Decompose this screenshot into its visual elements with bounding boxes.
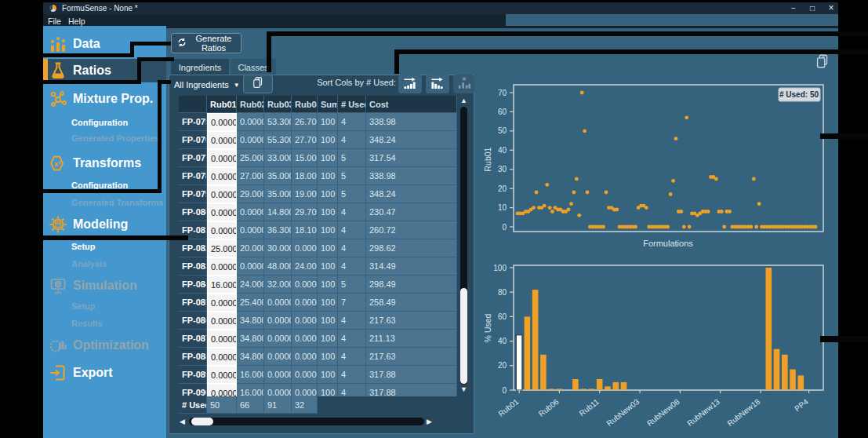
row-header: FP-078 xyxy=(179,167,207,185)
clear-sort-button[interactable] xyxy=(453,75,474,93)
minimize-button[interactable]: − xyxy=(786,3,801,13)
footer-used-count: 91 xyxy=(264,396,292,414)
tab-ingredients[interactable]: Ingredients xyxy=(171,59,229,76)
vertical-scrollbar-thumb[interactable] xyxy=(460,288,467,384)
title-bar: FormuSense - None * − □ × xyxy=(43,2,838,14)
table-cell[interactable]: 16.000 xyxy=(207,276,237,294)
table-cell[interactable]: 0.0000 xyxy=(207,221,237,239)
table-cell[interactable]: 0.0000 xyxy=(207,113,237,131)
table-cell: 4 xyxy=(338,384,366,396)
sidebar-item-generated-properties[interactable]: Generated Properties xyxy=(43,131,166,145)
column-header-rub02[interactable]: Rub02 xyxy=(237,96,264,113)
sidebar-item-label: Simulation xyxy=(73,279,137,293)
molecule-icon xyxy=(49,89,67,108)
bar-ytick: 80 xyxy=(498,288,507,297)
close-button[interactable]: × xyxy=(824,3,838,13)
menu-file[interactable]: File xyxy=(48,16,61,26)
sidebar-item-configuration[interactable]: Configuration xyxy=(43,115,166,130)
sidebar-item-setup[interactable]: Setup xyxy=(43,239,166,254)
scatter-ytick: 70 xyxy=(498,89,507,97)
generate-ratios-button[interactable]: Generate Ratios xyxy=(171,33,242,53)
sidebar-item-simulation[interactable]: Simulation xyxy=(43,272,166,299)
menu-help[interactable]: Help xyxy=(68,16,85,26)
column-header-rub04[interactable]: Rub04 xyxy=(292,96,318,113)
table-cell[interactable]: 0.0000 xyxy=(207,203,237,221)
sidebar-item-transforms[interactable]: x²Transforms xyxy=(43,150,166,177)
table-cell[interactable]: 0.0000 xyxy=(207,185,237,203)
filter-value: All Ingredients xyxy=(174,80,229,89)
scatter-point xyxy=(682,225,686,229)
horizontal-scrollbar-thumb[interactable] xyxy=(191,418,213,425)
table-cell: 53.300 xyxy=(264,113,292,131)
bar-xtick: PP4 xyxy=(793,397,810,414)
table-cell: 29.000 xyxy=(237,185,264,203)
table-cell: 338.98 xyxy=(366,113,457,131)
scatter-point xyxy=(605,191,608,195)
table-cell[interactable]: 0.0000 xyxy=(207,294,237,312)
row-header: FP-086 xyxy=(179,312,207,330)
table-cell: 24.000 xyxy=(237,276,264,294)
column-header-used[interactable]: # Used xyxy=(338,96,366,113)
table-cell: 298.62 xyxy=(366,239,457,257)
scatter-xlabel: Formulations xyxy=(643,239,693,248)
sidebar-item-mixture-prop-[interactable]: Mixture Prop. xyxy=(43,86,166,112)
sidebar-item-setup[interactable]: Setup xyxy=(43,299,166,313)
sort-descending-button[interactable] xyxy=(426,75,449,93)
sort-descending-icon xyxy=(430,76,445,93)
sidebar-item-ratios[interactable]: Ratios xyxy=(43,59,166,82)
table-cell[interactable]: 0.0000 xyxy=(207,348,237,366)
table-row-fp-080: FP-0800.00000.000014.80029.7001004230.47 xyxy=(179,203,457,221)
scroll-right-icon[interactable]: ▶ xyxy=(427,418,432,425)
table-cell[interactable]: 0.0000 xyxy=(207,131,237,149)
sidebar-nav: DataRatiosMixture Prop.ConfigurationGene… xyxy=(43,26,166,438)
scatter-point xyxy=(586,191,590,195)
sort-ascending-button[interactable] xyxy=(398,75,422,93)
scroll-down-icon[interactable]: ▼ xyxy=(460,385,467,393)
sidebar-item-analysis[interactable]: Analysis xyxy=(43,257,166,271)
sidebar-item-generated-transforms[interactable]: Generated Transforms xyxy=(43,195,166,210)
table-cell[interactable]: 0.0000 xyxy=(207,330,237,348)
table-row-fp-077: FP-0770.000025.00033.00015.0001005317.54 xyxy=(179,149,457,167)
table-cell: 4 xyxy=(338,312,366,330)
column-header-rub01[interactable]: Rub01 xyxy=(207,96,237,113)
column-header-rub03[interactable]: Rub03 xyxy=(264,96,292,113)
bar xyxy=(525,316,531,390)
scroll-up-icon[interactable]: ▲ xyxy=(460,97,467,104)
maximize-button[interactable]: □ xyxy=(805,3,819,13)
clear-sort-icon xyxy=(457,76,471,93)
bar-xtick: Rub11 xyxy=(578,397,601,418)
scatter-point xyxy=(674,137,678,141)
table-cell[interactable]: 0.0000 xyxy=(207,312,237,330)
table-cell: 34.800 xyxy=(237,312,264,330)
table-cell: 4 xyxy=(338,366,366,384)
scroll-left-icon[interactable]: ◀ xyxy=(180,418,185,425)
table-cell[interactable]: 25.000 xyxy=(207,239,237,257)
sidebar-item-results[interactable]: Results xyxy=(43,316,166,330)
copy-table-button[interactable] xyxy=(243,75,273,93)
scatter-point xyxy=(548,206,552,210)
column-header-sum[interactable]: Sum xyxy=(318,96,338,113)
horizontal-scrollbar-track[interactable] xyxy=(189,418,424,425)
sidebar-item-optimization[interactable]: Optimization xyxy=(43,332,166,359)
scatter-point xyxy=(543,204,547,208)
table-cell[interactable]: 0.0000 xyxy=(207,257,237,276)
table-cell: 27.000 xyxy=(237,167,264,185)
table-cell: 5 xyxy=(338,276,366,294)
sidebar-item-modeling[interactable]: Modeling xyxy=(43,211,166,238)
sidebar-item-export[interactable]: Export xyxy=(43,359,166,387)
sidebar-item-label: Setup xyxy=(71,242,96,251)
table-cell: 32.000 xyxy=(264,276,292,294)
ingredient-filter-dropdown[interactable]: All Ingredients ▼ xyxy=(174,77,240,93)
table-cell[interactable]: 0.0000 xyxy=(207,366,237,384)
scatter-point xyxy=(580,91,584,95)
table-cell[interactable]: 0.0000 xyxy=(207,167,237,185)
table-cell[interactable]: 0.0000 xyxy=(207,149,237,167)
bar-xtick: Rub06 xyxy=(537,397,561,418)
scatter-point xyxy=(671,179,675,183)
table-cell[interactable]: 0.0000 xyxy=(207,384,237,396)
callout-line-filter-to-dropdown xyxy=(158,80,171,84)
export-icon xyxy=(49,363,67,382)
table-cell: 18.000 xyxy=(292,167,318,185)
table-cell: 100 xyxy=(318,312,338,330)
column-header-cost[interactable]: Cost xyxy=(366,96,457,113)
